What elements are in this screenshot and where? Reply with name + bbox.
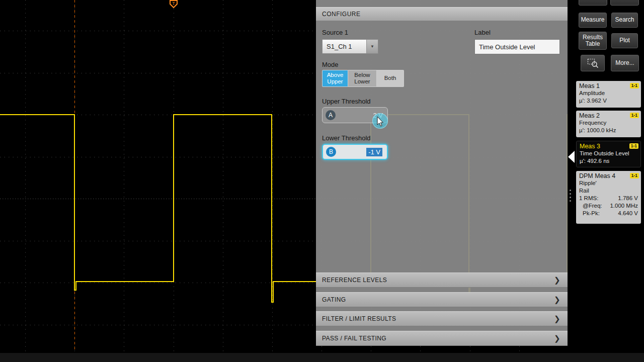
dpm-meas4-source-tag: 1-1	[630, 173, 639, 178]
meas1-title: Meas 1	[579, 82, 638, 89]
mode-above-upper-button[interactable]: Above Upper	[322, 70, 348, 87]
meas2-badge[interactable]: Meas 2 1-1 Frequency µ': 1000.0 kHz	[576, 111, 641, 137]
meas1-mean: µ': 3.962 V	[579, 97, 638, 105]
dpm-freq-label: @Freq:	[583, 202, 602, 210]
meas3-title: Meas 3	[580, 143, 637, 150]
selected-badge-pointer-icon	[568, 151, 575, 163]
upper-threshold-label: Upper Threshold	[322, 98, 371, 105]
zoom-button[interactable]	[581, 55, 605, 71]
meas3-mean: µ': 492.6 ns	[580, 157, 637, 165]
dpm-rms-label: 1 RMS:	[579, 195, 598, 202]
callout-button[interactable]: Callout	[610, 0, 639, 6]
meas2-mean: µ': 1000.0 kHz	[579, 127, 638, 134]
reference-levels-label: REFERENCE LEVELS	[322, 277, 387, 284]
oscilloscope-screen: T CONFIGURE Source 1 S1_Ch 1 ▼ Label Tim…	[0, 0, 644, 362]
meas2-source-tag: 1-1	[630, 113, 639, 118]
results-rail: Cursors Callout Measure Search Results T…	[568, 0, 644, 362]
meas3-source-tag: 1-1	[629, 143, 638, 149]
dpm-pkpk-value: 4.640 V	[618, 210, 638, 217]
mode-below-line1: Below	[354, 72, 370, 78]
results-table-button[interactable]: Results Table	[579, 32, 607, 50]
source1-dropdown[interactable]: S1_Ch 1 ▼	[322, 39, 378, 54]
filter-limit-results-label: FILTER / LIMIT RESULTS	[322, 315, 396, 322]
meas1-source-tag: 1-1	[630, 83, 639, 88]
meas3-badge[interactable]: Meas 3 1-1 Time Outside Level µ': 492.6 …	[576, 141, 641, 167]
filter-limit-results-section[interactable]: FILTER / LIMIT RESULTS ❯	[316, 311, 568, 326]
bottom-status-strip	[0, 353, 644, 362]
mode-both-label: Both	[384, 75, 396, 81]
measure-config-panel: CONFIGURE Source 1 S1_Ch 1 ▼ Label Time …	[316, 0, 568, 346]
chevron-right-icon: ❯	[554, 314, 560, 323]
search-button[interactable]: Search	[611, 13, 638, 28]
mode-above-line2: Upper	[327, 78, 343, 85]
dpm-meas4-title: DPM Meas 4	[579, 172, 638, 179]
pass-fail-testing-label: PASS / FAIL TESTING	[322, 335, 386, 342]
gating-label: GATING	[322, 296, 346, 303]
dpm-meas4-name: Ripple'	[579, 179, 638, 187]
mode-below-lower-button[interactable]: Below Lower	[348, 70, 377, 87]
measure-button[interactable]: Measure	[579, 13, 607, 28]
dpm-rms-value: 1.786 V	[618, 195, 638, 202]
lower-threshold-input[interactable]: B -1 V	[322, 144, 388, 160]
meas3-name: Time Outside Level	[580, 150, 637, 157]
measurement-label-input[interactable]: Time Outside Level	[474, 39, 560, 54]
dpm-meas4-badge[interactable]: DPM Meas 4 1-1 Ripple' Rail 1 RMS: 1.786…	[576, 171, 641, 224]
lower-threshold-label: Lower Threshold	[322, 134, 371, 142]
dpm-freq-row: @Freq: 1.000 MHz	[579, 202, 638, 210]
label-field-label: Label	[474, 29, 491, 36]
more-button[interactable]: More...	[611, 55, 639, 71]
dropdown-arrow-icon[interactable]: ▼	[366, 40, 378, 53]
mode-above-line1: Above	[327, 72, 344, 78]
source1-value: S1_Ch 1	[323, 40, 366, 53]
mode-button-group: Above Upper Below Lower Both	[322, 70, 404, 87]
dpm-rms-row: 1 RMS: 1.786 V	[579, 195, 638, 202]
threshold-b-badge: B	[326, 147, 336, 157]
drawer-handle[interactable]	[570, 190, 571, 202]
dpm-freq-value: 1.000 MHz	[610, 202, 638, 210]
plot-button[interactable]: Plot	[611, 33, 638, 48]
dpm-pkpk-label: Pk-Pk:	[583, 210, 600, 217]
mode-below-line2: Lower	[354, 78, 370, 85]
trigger-marker-letter: T	[172, 1, 175, 6]
meas1-name: Amplitude	[579, 89, 638, 97]
source1-label: Source 1	[322, 29, 348, 36]
mouse-cursor-icon	[377, 116, 384, 127]
reference-levels-section[interactable]: REFERENCE LEVELS ❯	[316, 273, 568, 288]
mode-both-button[interactable]: Both	[377, 70, 404, 87]
dpm-pkpk-row: Pk-Pk: 4.640 V	[579, 210, 638, 217]
configure-section-header[interactable]: CONFIGURE	[316, 7, 568, 21]
mode-label: Mode	[322, 61, 339, 68]
meas1-badge[interactable]: Meas 1 1-1 Amplitude µ': 3.962 V	[576, 81, 641, 108]
zoom-icon	[587, 58, 599, 68]
chevron-right-icon: ❯	[554, 276, 560, 285]
pass-fail-testing-section[interactable]: PASS / FAIL TESTING ❯	[316, 331, 568, 346]
cursors-button[interactable]: Cursors	[579, 0, 607, 6]
meas2-title: Meas 2	[579, 112, 638, 119]
gating-section[interactable]: GATING ❯	[316, 292, 568, 307]
dpm-meas4-rail: Rail	[579, 187, 638, 195]
threshold-a-badge: A	[326, 110, 336, 120]
lower-threshold-value[interactable]: -1 V	[366, 148, 382, 156]
chevron-right-icon: ❯	[554, 295, 560, 304]
chevron-right-icon: ❯	[554, 334, 560, 343]
meas2-name: Frequency	[579, 119, 638, 127]
